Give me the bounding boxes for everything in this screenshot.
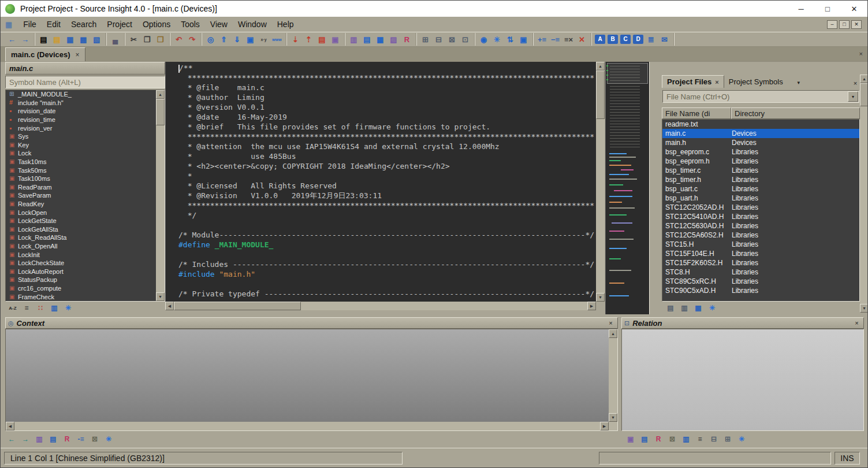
code-line[interactable] — [178, 279, 596, 289]
code-line[interactable]: * @version V0.0.1 — [178, 102, 596, 112]
mdi-close-icon[interactable]: ✕ — [851, 20, 862, 29]
scroll-down-icon[interactable]: ▼ — [860, 304, 868, 313]
file-row-main-c[interactable]: main.c Devices — [662, 129, 859, 138]
symbol-task10ms[interactable]: Task10ms — [6, 158, 156, 166]
file-row-main-h[interactable]: main.h Devices — [662, 138, 859, 147]
mdi-restore-icon[interactable]: □ — [839, 20, 850, 29]
open-file-icon[interactable]: ▤ — [50, 34, 64, 46]
code-line[interactable]: /* Module-------------------------------… — [178, 230, 596, 240]
file-docs-icon[interactable]: ▦ — [692, 303, 705, 314]
symbol-revision-time[interactable]: revision_time — [6, 116, 156, 124]
tabbar-close-icon[interactable]: × — [859, 50, 863, 57]
relation-lock-icon[interactable]: ⊠ — [666, 434, 679, 445]
context-lock-icon[interactable]: ⊠ — [88, 434, 101, 445]
file-row-bsp-eeprom-h[interactable]: bsp_eeprom.h Libraries — [662, 157, 859, 166]
column-file-name[interactable]: File Name (di — [662, 107, 731, 119]
code-line[interactable]: /** — [178, 63, 596, 73]
nav-back-icon[interactable]: ← — [5, 34, 18, 46]
save-icon[interactable]: ▦ — [64, 34, 77, 46]
tab-close-icon[interactable]: × — [76, 51, 80, 59]
list-view-icon[interactable]: ≡ — [20, 303, 33, 314]
editor-hscrollbar[interactable]: ◀ ▶ — [165, 302, 596, 310]
code-line[interactable]: * @author Liming — [178, 92, 596, 102]
prev-reference-icon[interactable]: ⇡ — [302, 34, 315, 46]
symbol-lockinit[interactable]: LockInit — [6, 250, 156, 259]
sort-alphabetic-icon[interactable]: A-Z — [6, 303, 19, 314]
symbol-revision-ver[interactable]: revision_ver — [6, 124, 156, 132]
context-window-icon[interactable]: ▤ — [360, 34, 374, 46]
relation-docs-icon[interactable]: ▤ — [638, 434, 651, 445]
minimize-button[interactable]: ─ — [788, 1, 814, 17]
scroll-thumb[interactable] — [156, 99, 165, 125]
code-line[interactable]: * @Revision V1.0.0 2019年12月9日23:03:11 — [178, 191, 596, 200]
code-line[interactable]: * use 485Bus — [178, 151, 596, 161]
menu-item-project[interactable]: Project — [102, 20, 137, 29]
file-list-icon[interactable]: ⊞ — [419, 34, 432, 46]
symbol-lockautoreport[interactable]: LockAutoReport — [6, 267, 156, 276]
clip-a-icon[interactable]: A — [595, 35, 605, 44]
relation-properties-icon[interactable]: ✳ — [735, 434, 748, 445]
file-properties-icon[interactable]: ✳ — [706, 303, 718, 314]
relation-view-icon[interactable]: R — [652, 434, 665, 445]
file-row-stc12c5410ad-h[interactable]: STC12C5410AD.H Libraries — [662, 212, 859, 221]
remove-format-icon[interactable]: ✕ — [575, 34, 588, 46]
context-docs-icon[interactable]: ▥ — [33, 434, 46, 445]
code-line[interactable]: #define _MAIN_MODULE_ — [178, 240, 596, 250]
relation-window-icon[interactable]: R — [400, 34, 413, 46]
symbol-readparam[interactable]: ReadParam — [6, 183, 156, 192]
context-relation-icon[interactable]: R — [61, 434, 73, 445]
menu-item-edit[interactable]: Edit — [42, 20, 66, 29]
file-row-stc89c5xrc-h[interactable]: STC89C5xRC.H Libraries — [662, 277, 859, 286]
symbol-saveparam[interactable]: SaveParam — [6, 191, 156, 200]
reference-list-icon[interactable]: ▤ — [315, 34, 329, 46]
file-row-stc90c5xad-h[interactable]: STC90C5xAD.H Libraries — [662, 286, 859, 295]
scroll-up-icon[interactable]: ▲ — [156, 90, 165, 99]
symbol-statuspackup[interactable]: StatusPackup — [6, 276, 156, 284]
project-panel-scrollbar[interactable]: ▲ ▼ — [860, 75, 868, 313]
symbol-include-main-h[interactable]: include "main.h" — [6, 99, 156, 107]
redo-icon[interactable]: ↷ — [185, 34, 199, 46]
symbol-framecheck[interactable]: FrameCheck — [6, 292, 156, 301]
clip-c-icon[interactable]: C — [620, 35, 631, 44]
maximize-button[interactable]: □ — [814, 1, 841, 17]
file-details-icon[interactable]: ▥ — [678, 303, 691, 314]
symbol-lock-openall[interactable]: Lock_OpenAll — [6, 242, 156, 251]
relation-list-view-icon[interactable]: ≡ — [694, 434, 706, 445]
file-name-combo[interactable]: File Name (Ctrl+O) ▾ — [662, 90, 859, 103]
file-row-bsp-uart-c[interactable]: bsp_uart.c Libraries — [662, 184, 859, 194]
tab-project-files[interactable]: Project Files × — [662, 75, 724, 88]
symbol-main-module[interactable]: _MAIN_MODULE_ — [6, 90, 156, 99]
menu-item-help[interactable]: Help — [272, 20, 299, 29]
new-file-icon[interactable]: ▤ — [37, 34, 50, 46]
scroll-thumb[interactable] — [860, 83, 868, 106]
file-row-bsp-eeprom-c[interactable]: bsp_eeprom.c Libraries — [662, 147, 859, 157]
scroll-down-icon[interactable]: ▼ — [156, 292, 165, 301]
highlight-refs-icon[interactable]: ▣ — [329, 34, 342, 46]
code-line[interactable]: ****************************************… — [178, 73, 596, 83]
file-row-stc12c5a60s2-h[interactable]: STC12C5A60S2.H Libraries — [662, 231, 859, 240]
scroll-left-icon[interactable]: ◀ — [165, 302, 174, 310]
symbol-list-icon[interactable]: ⊟ — [432, 34, 445, 46]
rebuild-icon[interactable]: ▣ — [517, 34, 530, 46]
file-row-stc15f104e-h[interactable]: STC15F104E.H Libraries — [662, 249, 859, 258]
scroll-right-icon[interactable]: ▶ — [600, 422, 609, 430]
context-forward-icon[interactable]: → — [19, 434, 32, 445]
code-line[interactable]: * @file main.c — [178, 83, 596, 92]
code-line[interactable]: */ — [178, 210, 596, 220]
context-back-icon[interactable]: ← — [5, 434, 18, 445]
symbol-sys[interactable]: Sys — [6, 132, 156, 141]
code-editor[interactable]: /** ************************************… — [165, 62, 596, 302]
symbol-lockgetallsta[interactable]: LockGetAllSta — [6, 225, 156, 234]
menu-item-options[interactable]: Options — [137, 20, 176, 29]
scroll-left-icon[interactable]: ◀ — [6, 422, 14, 430]
paste-icon[interactable]: ❒ — [154, 34, 167, 46]
scroll-up-icon[interactable]: ▲ — [609, 329, 617, 338]
symbol-lock-readallsta[interactable]: Lock_ReadAllSta — [6, 233, 156, 242]
relation-vertical-icon[interactable]: ⊞ — [721, 434, 734, 445]
code-line[interactable] — [178, 250, 596, 259]
save-as-icon[interactable]: ▧ — [90, 34, 103, 46]
context-vscrollbar[interactable]: ▲ ▼ — [609, 329, 617, 422]
menu-item-search[interactable]: Search — [66, 20, 102, 29]
close-button[interactable]: ✕ — [841, 1, 867, 17]
scroll-down-icon[interactable]: ▼ — [596, 293, 605, 302]
